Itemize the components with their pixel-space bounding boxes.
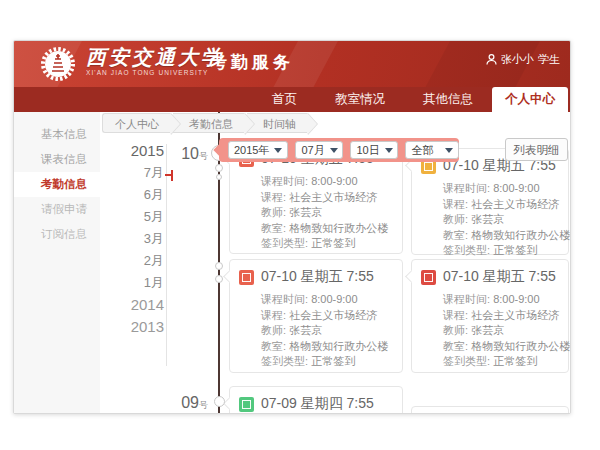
year-select[interactable]: 2015年 <box>228 141 288 159</box>
field-value: 张芸京 <box>289 206 322 218</box>
card-field-classroom: 教室: 格物致知行政办公楼 <box>443 228 560 244</box>
attendance-type-icon <box>421 270 436 285</box>
sidebar: 基本信息课表信息考勤信息请假申请订阅信息 <box>14 112 100 413</box>
attendance-type-icon <box>239 270 254 285</box>
field-label: 签到类型: <box>261 237 311 249</box>
attendance-card-l3[interactable]: 07-09 星期四 7:55课程时间: 8:00-9:00课程: 社会主义市场经… <box>229 386 403 414</box>
attendance-card-r1[interactable]: 07-10 星期五 7:55课程时间: 8:00-9:00课程: 社会主义市场经… <box>411 148 569 255</box>
month-select[interactable]: 07月 <box>295 141 343 159</box>
field-label: 教师: <box>443 213 471 225</box>
card-field-course_time: 课程时间: 8:00-9:00 <box>443 292 560 308</box>
day-select[interactable]: 10日 <box>350 141 398 159</box>
filter-bar: 2015年07月10日全部 <box>219 138 459 162</box>
years-nav-item-2014[interactable]: 2014 <box>118 294 164 316</box>
card-field-classroom: 教室: 格物致知行政办公楼 <box>261 221 394 237</box>
field-value: 正常签到 <box>493 244 537 256</box>
university-name-en: XI'AN JIAO TONG UNIVERSITY <box>86 69 224 77</box>
field-label: 教室: <box>261 222 289 234</box>
timeline-node <box>214 396 225 407</box>
field-value: 正常签到 <box>311 237 355 249</box>
timeline-node <box>216 174 222 180</box>
years-nav-item-6月[interactable]: 6月 <box>118 184 164 206</box>
card-field-sign_type: 签到类型: 正常签到 <box>443 243 560 259</box>
card-date-title: 07-09 星期四 7:55 <box>261 395 374 413</box>
years-nav-item-5月[interactable]: 5月 <box>118 206 164 228</box>
app-title: 考勤服务 <box>210 51 294 74</box>
card-body: 课程时间: 8:00-9:00课程: 社会主义市场经济教师: 张芸京教室: 格物… <box>230 171 402 258</box>
nav-item-首页[interactable]: 首页 <box>253 87 316 112</box>
nav-item-个人中心[interactable]: 个人中心 <box>492 87 568 112</box>
list-detail-button[interactable]: 列表明细 <box>505 138 568 161</box>
card-field-course: 课程: 社会主义市场经济 <box>261 190 394 206</box>
user-role: 学生 <box>538 52 560 67</box>
field-label: 课程时间: <box>261 175 311 187</box>
field-label: 教室: <box>443 340 471 352</box>
type-select[interactable]: 全部 <box>405 141 459 159</box>
field-value: 8:00-9:00 <box>493 182 539 194</box>
timeline-years-nav: 20157月6月5月3月2月1月20142013 <box>118 140 164 338</box>
chevron-down-icon <box>385 148 393 153</box>
chevron-down-icon <box>330 148 338 153</box>
field-label: 课程时间: <box>443 182 493 194</box>
content-area: 基本信息课表信息考勤信息请假申请订阅信息 个人中心考勤信息时间轴 20157月6… <box>14 112 570 413</box>
field-value: 张芸京 <box>289 324 322 336</box>
card-header: 07-09 星期四 7:55 <box>230 387 402 414</box>
field-value: 格物致知行政办公楼 <box>471 229 570 241</box>
field-label: 教师: <box>261 206 289 218</box>
sidebar-item-请假申请[interactable]: 请假申请 <box>14 197 100 222</box>
card-field-course: 课程: 社会主义市场经济 <box>443 308 560 324</box>
breadcrumb-item-个人中心[interactable]: 个人中心 <box>102 113 171 133</box>
years-nav-item-2015[interactable]: 2015 <box>118 140 164 162</box>
field-label: 教师: <box>261 324 289 336</box>
card-header: 07-10 星期五 7:55 <box>412 260 568 289</box>
day-number: 09 <box>181 394 199 411</box>
card-field-sign_type: 签到类型: 正常签到 <box>443 354 560 370</box>
card-field-course_time: 课程时间: 8:00-9:00 <box>261 174 394 190</box>
sidebar-item-考勤信息[interactable]: 考勤信息 <box>14 172 100 197</box>
years-nav-item-2月[interactable]: 2月 <box>118 250 164 272</box>
field-value: 张芸京 <box>471 213 504 225</box>
field-value: 正常签到 <box>493 355 537 367</box>
field-label: 课程: <box>443 309 471 321</box>
field-value: 社会主义市场经济 <box>289 191 377 203</box>
field-label: 课程时间: <box>261 293 311 305</box>
field-value: 社会主义市场经济 <box>471 198 559 210</box>
card-field-teacher: 教师: 张芸京 <box>261 323 394 339</box>
years-nav-item-2013[interactable]: 2013 <box>118 316 164 338</box>
card-field-classroom: 教室: 格物致知行政办公楼 <box>261 339 394 355</box>
nav-item-其他信息[interactable]: 其他信息 <box>404 87 492 112</box>
timeline-node <box>215 275 223 283</box>
breadcrumb: 个人中心考勤信息时间轴 <box>102 113 310 133</box>
nav-item-教室情况[interactable]: 教室情况 <box>316 87 404 112</box>
card-field-course_time: 课程时间: 8:00-9:00 <box>443 181 560 197</box>
field-label: 课程: <box>443 198 471 210</box>
attendance-card-r2[interactable]: 07-10 星期五 7:55课程时间: 8:00-9:00课程: 社会主义市场经… <box>411 259 569 373</box>
field-value: 格物致知行政办公楼 <box>471 340 570 352</box>
years-nav-item-3月[interactable]: 3月 <box>118 228 164 250</box>
sidebar-item-基本信息[interactable]: 基本信息 <box>14 122 100 147</box>
day-number: 10 <box>181 145 199 162</box>
breadcrumb-item-时间轴[interactable]: 时间轴 <box>247 113 308 133</box>
field-label: 教室: <box>443 229 471 241</box>
chevron-down-icon <box>274 148 282 153</box>
sidebar-item-订阅信息[interactable]: 订阅信息 <box>14 222 100 247</box>
card-header: 07-10 星期五 7:55 <box>230 260 402 289</box>
years-nav-item-1月[interactable]: 1月 <box>118 272 164 294</box>
sidebar-item-课表信息[interactable]: 课表信息 <box>14 147 100 172</box>
years-nav-item-7月[interactable]: 7月 <box>118 162 164 184</box>
attendance-card-l2[interactable]: 07-10 星期五 7:55课程时间: 8:00-9:00课程: 社会主义市场经… <box>229 259 403 373</box>
field-label: 教室: <box>261 340 289 352</box>
field-value: 格物致知行政办公楼 <box>289 222 388 234</box>
day-suffix: 号 <box>199 151 208 161</box>
card-field-teacher: 教师: 张芸京 <box>443 212 560 228</box>
user-info[interactable]: 张小小 学生 <box>486 52 560 67</box>
card-field-course: 课程: 社会主义市场经济 <box>443 197 560 213</box>
card-date-title: 07-10 星期五 7:55 <box>261 268 374 286</box>
card-field-teacher: 教师: 张芸京 <box>443 323 560 339</box>
breadcrumb-item-考勤信息[interactable]: 考勤信息 <box>173 113 245 133</box>
field-label: 签到类型: <box>261 355 311 367</box>
attendance-card-r3[interactable] <box>411 406 569 414</box>
field-value: 正常签到 <box>311 355 355 367</box>
field-label: 课程: <box>261 309 289 321</box>
type-select-value: 全部 <box>411 143 433 158</box>
